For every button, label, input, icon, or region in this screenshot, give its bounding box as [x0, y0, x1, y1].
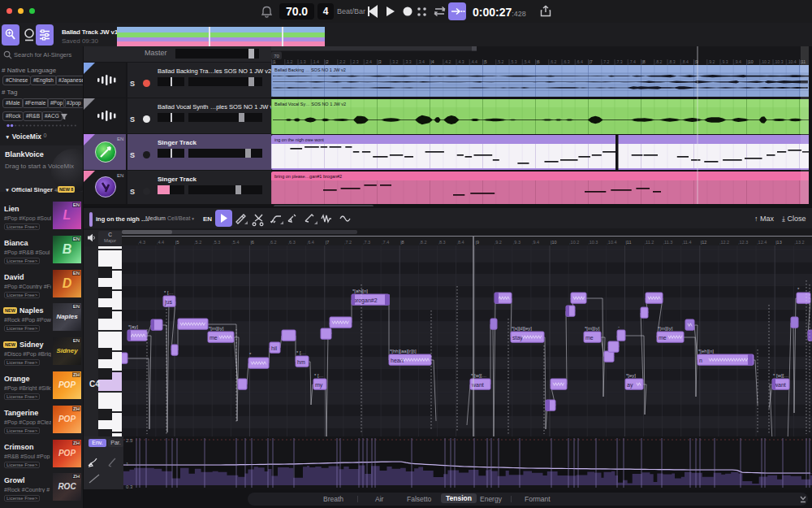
svg-text:brogan#2: brogan#2	[353, 297, 378, 304]
svg-text:,6.3: ,6.3	[563, 59, 570, 64]
svg-text:*[eh][n]: *[eh][n]	[698, 349, 714, 354]
svg-text:,3.2: ,3.2	[391, 59, 399, 64]
svg-text:,7.4: ,7.4	[628, 59, 636, 64]
svg-text:|12: |12	[701, 240, 707, 245]
svg-text:,4.3: ,4.3	[138, 240, 145, 245]
svg-text:,1.3: ,1.3	[299, 59, 306, 64]
svg-text:,9.3: ,9.3	[513, 240, 520, 245]
svg-text:,8.3: ,8.3	[668, 59, 676, 64]
svg-text:,10.3: ,10.3	[588, 240, 598, 245]
svg-text:,7.4: ,7.4	[382, 240, 389, 245]
svg-text:,7.3: ,7.3	[363, 240, 370, 245]
svg-text:,5.4: ,5.4	[231, 240, 239, 245]
svg-text:,11.4: ,11.4	[682, 240, 692, 245]
svg-text:,5.3: ,5.3	[510, 59, 517, 64]
svg-text:hm: hm	[297, 359, 305, 365]
svg-text:Ballad Backing … SOS NO 1 JW v: Ballad Backing … SOS NO 1 JW v2	[274, 67, 346, 72]
svg-text:Ballad Vocal Sy… SOS NO 1 JW v: Ballad Vocal Sy… SOS NO 1 JW v2	[274, 102, 346, 106]
svg-text:,11.3: ,11.3	[663, 240, 673, 245]
svg-text:,4.2: ,4.2	[444, 59, 451, 64]
svg-text:,11.2: ,11.2	[645, 240, 654, 245]
svg-text:,6.4: ,6.4	[307, 240, 314, 245]
svg-text:,6.3: ,6.3	[288, 240, 296, 245]
svg-text:|4: |4	[431, 59, 434, 64]
svg-text:,7.2: ,7.2	[344, 240, 352, 245]
svg-text:-: -	[618, 324, 620, 329]
svg-text:,5.3: ,5.3	[213, 240, 220, 245]
svg-text:,8.2: ,8.2	[655, 59, 663, 64]
svg-text:,8.2: ,8.2	[419, 240, 426, 245]
svg-text:|13: |13	[775, 240, 782, 245]
svg-text:,12.4: ,12.4	[757, 240, 767, 245]
svg-text:,9.2: ,9.2	[708, 59, 715, 64]
svg-text:ay: ay	[627, 382, 633, 389]
svg-text:,4.4: ,4.4	[470, 59, 477, 64]
svg-text:*[hh][aa][r][t]: *[hh][aa][r][t]	[390, 349, 417, 354]
svg-text:|9: |9	[476, 240, 480, 245]
svg-text:stay: stay	[512, 335, 523, 341]
svg-text:|1: |1	[273, 59, 276, 64]
svg-text:* […: * […	[296, 350, 306, 355]
svg-text:,2.4: ,2.4	[365, 59, 372, 64]
svg-text:,10.2: ,10.2	[761, 59, 771, 64]
svg-text:,12.2: ,12.2	[719, 240, 729, 245]
svg-text:|11: |11	[625, 240, 631, 245]
svg-text:,10.2: ,10.2	[569, 240, 579, 245]
svg-text:,8.4: ,8.4	[681, 59, 689, 64]
svg-text:want: want	[471, 382, 484, 388]
svg-text:|5: |5	[175, 240, 179, 245]
svg-text:,7.2: ,7.2	[603, 59, 610, 64]
svg-text:|6: |6	[537, 59, 540, 64]
svg-text:*[m][iy]: *[m][iy]	[658, 326, 673, 331]
svg-text:,6.2: ,6.2	[270, 240, 277, 245]
svg-text:,6.4: ,6.4	[576, 59, 583, 64]
svg-text:,2.3: ,2.3	[352, 59, 359, 64]
svg-text:|10: |10	[748, 59, 754, 64]
svg-text:* […: * […	[314, 373, 324, 378]
svg-text:,10.4: ,10.4	[787, 59, 797, 64]
svg-text:,5.2: ,5.2	[194, 240, 201, 245]
svg-text:,4.4: ,4.4	[157, 240, 164, 245]
svg-text:*[ay]: *[ay]	[128, 324, 138, 329]
svg-text:,9.2: ,9.2	[495, 240, 502, 245]
svg-text:,9.4: ,9.4	[734, 59, 741, 64]
svg-text:*[m][iy]: *[m][iy]	[209, 326, 224, 331]
svg-text:my: my	[315, 382, 323, 389]
svg-text:,10.4: ,10.4	[607, 240, 616, 245]
svg-text:|7: |7	[326, 240, 330, 245]
svg-text:* [w][…: * [w][…	[773, 373, 788, 378]
svg-text:,7.3: ,7.3	[615, 59, 623, 64]
svg-text:n: n	[699, 358, 702, 363]
svg-text:*[ah][n]: *[ah][n]	[352, 289, 368, 293]
svg-text:,12.3: ,12.3	[738, 240, 748, 245]
svg-text:,10.3: ,10.3	[774, 59, 784, 64]
svg-text:,6.2: ,6.2	[550, 59, 557, 64]
svg-text:*[s][d][ey]: *[s][d][ey]	[512, 326, 532, 331]
svg-text:,3.4: ,3.4	[417, 59, 425, 64]
svg-text:|8: |8	[642, 59, 646, 64]
svg-text:,13.2: ,13.2	[794, 240, 804, 245]
svg-text:,9.3: ,9.3	[721, 59, 728, 64]
svg-text:me: me	[209, 335, 218, 341]
svg-text:|5: |5	[484, 59, 487, 64]
svg-text:,2.2: ,2.2	[339, 59, 346, 64]
svg-text:|8: |8	[400, 240, 404, 245]
svg-text:|7: |7	[590, 59, 593, 64]
svg-text:,8.3: ,8.3	[438, 240, 445, 245]
svg-text:,1.2: ,1.2	[286, 59, 293, 64]
svg-text:me: me	[659, 335, 667, 341]
svg-text:,9.4: ,9.4	[532, 240, 539, 245]
svg-text:*[m][iy]: *[m][iy]	[585, 326, 600, 331]
svg-text:|10: |10	[551, 240, 557, 245]
svg-text:,1.4: ,1.4	[312, 59, 319, 64]
svg-text:ing on the nigh owe wont: ing on the nigh owe wont	[274, 137, 324, 142]
svg-text:|3: |3	[378, 59, 382, 64]
svg-text:bring on please…gan#1 brogan#2: bring on please…gan#1 brogan#2	[274, 174, 342, 179]
svg-text:,5.2: ,5.2	[497, 59, 504, 64]
svg-text:* […: * […	[164, 290, 174, 295]
svg-text:,8.4: ,8.4	[457, 240, 464, 245]
svg-text:,4.3: ,4.3	[457, 59, 464, 64]
svg-text:heart: heart	[391, 358, 404, 363]
svg-text:70: 70	[274, 54, 279, 59]
svg-text:2.5: 2.5	[126, 438, 133, 443]
